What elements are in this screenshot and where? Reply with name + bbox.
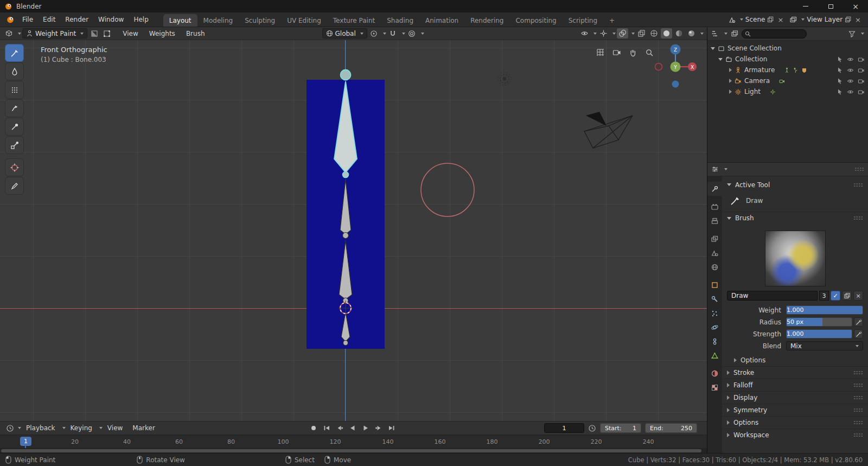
current-frame-field[interactable]: 1 xyxy=(544,423,584,433)
camera-object[interactable] xyxy=(584,112,633,148)
workspace-tab-shading[interactable]: Shading xyxy=(381,14,419,27)
strength-slider[interactable]: 1.000 xyxy=(786,329,852,339)
add-workspace-button[interactable]: + xyxy=(603,14,621,27)
display-mode-icon[interactable] xyxy=(731,30,738,37)
tool-annotate[interactable] xyxy=(5,177,24,195)
copy-icon[interactable] xyxy=(845,16,851,23)
symmetry-panel-header[interactable]: Symmetry xyxy=(722,404,868,416)
selectable-cursor-icon[interactable] xyxy=(837,88,843,95)
bone-003-selected[interactable] xyxy=(334,70,357,178)
menu-weights[interactable]: Weights xyxy=(144,30,180,37)
gizmo-z-positive[interactable]: Z xyxy=(671,44,681,55)
tab-tool[interactable] xyxy=(707,182,722,196)
hide-viewport-eye-icon[interactable] xyxy=(847,56,854,63)
hide-viewport-eye-icon[interactable] xyxy=(847,67,854,74)
stroke-panel-header[interactable]: Stroke xyxy=(722,366,868,379)
outliner-row-armature[interactable]: Armature xyxy=(707,65,868,75)
tool-blur[interactable] xyxy=(5,62,24,80)
tab-render[interactable] xyxy=(707,200,722,214)
timeline-scrollbar[interactable] xyxy=(0,448,707,453)
transform-orientation-dropdown[interactable]: Global xyxy=(322,28,367,39)
hide-viewport-eye-icon[interactable] xyxy=(847,88,854,95)
expand-caret-icon[interactable] xyxy=(729,79,732,83)
light-object[interactable] xyxy=(498,72,511,85)
search-input[interactable] xyxy=(753,30,796,37)
pan-hand-icon[interactable] xyxy=(627,47,639,59)
gizmo-y-axis[interactable]: Y xyxy=(671,62,681,72)
brush-name-field[interactable]: Draw xyxy=(727,291,818,301)
minimize-button[interactable] xyxy=(793,0,818,12)
new-brush-copy-button[interactable] xyxy=(842,291,852,301)
close-icon[interactable]: × xyxy=(853,16,863,24)
visibility-dropdown-icon[interactable] xyxy=(579,28,590,39)
disable-render-camera-icon[interactable] xyxy=(858,67,865,74)
maximize-button[interactable] xyxy=(818,0,843,12)
editor-type-3d-viewport-icon[interactable] xyxy=(3,28,15,39)
tool-draw-brush[interactable] xyxy=(5,44,24,62)
disable-render-camera-icon[interactable] xyxy=(858,56,865,63)
tab-texture[interactable] xyxy=(707,380,722,394)
menu-file[interactable]: File xyxy=(17,12,38,27)
brush-users-count[interactable]: 3 xyxy=(819,291,829,301)
blender-menu-icon[interactable] xyxy=(3,12,17,27)
close-button[interactable]: × xyxy=(843,0,868,12)
hide-viewport-eye-icon[interactable] xyxy=(847,78,854,85)
bone-001[interactable] xyxy=(339,240,352,303)
strength-pressure-icon[interactable] xyxy=(854,329,863,339)
shading-rendered-icon[interactable] xyxy=(686,28,697,39)
tab-view-layer[interactable] xyxy=(707,232,722,246)
shading-material-icon[interactable] xyxy=(673,28,685,39)
preview-range-clock-icon[interactable] xyxy=(588,424,596,432)
tool-sample-vertex-group[interactable] xyxy=(5,136,24,154)
close-icon[interactable]: × xyxy=(776,16,785,24)
outliner-search[interactable] xyxy=(742,29,807,39)
outliner-row-camera[interactable]: Camera xyxy=(707,75,868,86)
radius-pressure-icon[interactable] xyxy=(854,317,863,327)
scene-selector[interactable]: Scene × xyxy=(726,12,788,27)
display-panel-header[interactable]: Display xyxy=(722,391,868,404)
face-mask-toggle[interactable] xyxy=(88,28,100,39)
outliner-row-scene-collection[interactable]: Scene Collection xyxy=(707,43,868,54)
tab-object-data[interactable] xyxy=(707,348,722,362)
workspace-tab-uv-editing[interactable]: UV Editing xyxy=(281,14,327,27)
blend-mode-dropdown[interactable]: Mix xyxy=(786,341,863,350)
brush-options-subpanel[interactable]: Options xyxy=(722,354,868,366)
expand-caret-icon[interactable] xyxy=(711,47,715,50)
menu-edit[interactable]: Edit xyxy=(38,12,60,27)
options-panel-header[interactable]: Options xyxy=(722,416,868,429)
start-frame-field[interactable]: Start: 1 xyxy=(600,423,641,433)
copy-icon[interactable] xyxy=(767,16,774,23)
menu-window[interactable]: Window xyxy=(93,12,129,27)
shading-solid-icon[interactable] xyxy=(661,28,672,39)
tool-average[interactable] xyxy=(5,81,24,99)
navigation-gizmo[interactable]: X Z Y xyxy=(651,42,700,91)
disable-render-camera-icon[interactable] xyxy=(858,78,865,85)
selectable-cursor-icon[interactable] xyxy=(837,56,843,62)
menu-render[interactable]: Render xyxy=(60,12,93,27)
snap-magnet-icon[interactable] xyxy=(387,28,399,39)
workspace-tab-layout[interactable]: Layout xyxy=(163,14,197,27)
camera-view-icon[interactable] xyxy=(611,47,623,59)
outliner-row-collection[interactable]: Collection xyxy=(707,54,868,65)
editor-type-outliner-icon[interactable] xyxy=(711,30,719,37)
camera-data-icon[interactable] xyxy=(779,78,785,84)
jump-to-end-icon[interactable] xyxy=(386,423,397,433)
weight-slider[interactable]: 1.000 xyxy=(786,305,863,315)
light-data-icon[interactable] xyxy=(770,89,776,95)
selectable-cursor-icon[interactable] xyxy=(837,67,843,73)
workspace-tab-compositing[interactable]: Compositing xyxy=(509,14,562,27)
next-keyframe-icon[interactable] xyxy=(373,423,384,433)
workspace-tab-texture-paint[interactable]: Texture Paint xyxy=(327,14,381,27)
bone-000[interactable] xyxy=(341,312,350,346)
play-reverse-icon[interactable] xyxy=(347,423,358,433)
menu-keying[interactable]: Keying xyxy=(66,424,97,432)
play-icon[interactable] xyxy=(360,423,371,433)
grid-ortho-icon[interactable] xyxy=(595,47,607,59)
editor-type-timeline-icon[interactable] xyxy=(4,423,16,433)
view-layer-selector[interactable]: View Layer × xyxy=(787,12,865,27)
filter-funnel-icon[interactable] xyxy=(848,30,856,37)
radius-slider[interactable]: 50 px xyxy=(786,317,852,327)
xray-toggle-icon[interactable] xyxy=(636,28,647,39)
brush-panel-header[interactable]: Brush xyxy=(722,212,868,224)
outliner-row-light[interactable]: Light xyxy=(707,86,868,97)
